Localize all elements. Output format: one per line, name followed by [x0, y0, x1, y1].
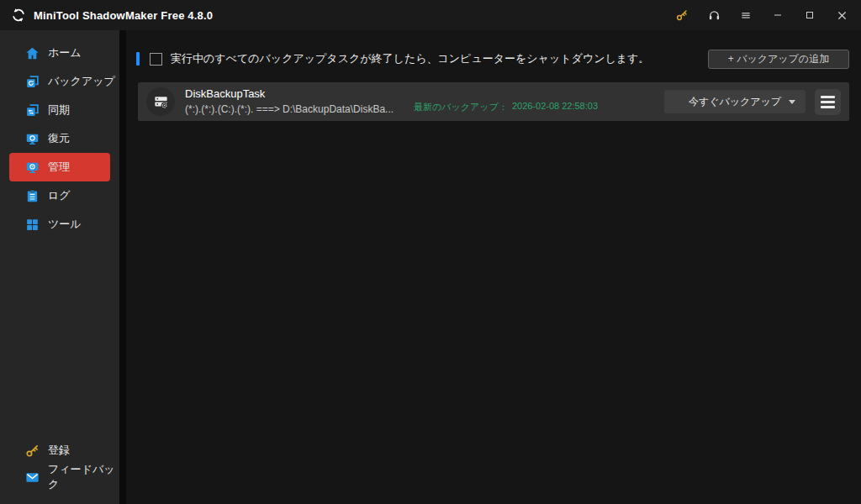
feedback-mail-icon: [25, 470, 40, 485]
accent-bar: [136, 52, 140, 66]
chevron-down-icon[interactable]: [789, 100, 795, 104]
latest-backup-status: 最新のバックアップ： 2026-02-08 22:58:03: [414, 90, 598, 113]
app-window: MiniTool ShadowMaker Free 4.8.0: [0, 0, 861, 504]
title-bar: MiniTool ShadowMaker Free 4.8.0: [0, 0, 861, 30]
disk-backup-task-icon: [146, 87, 175, 116]
sidebar-item-label: 管理: [48, 160, 70, 175]
sync-icon: [25, 103, 40, 118]
sidebar-item-label: 同期: [48, 102, 70, 118]
hamburger-menu-icon[interactable]: [815, 89, 841, 115]
shutdown-checkbox[interactable]: [150, 53, 162, 66]
backup-now-button[interactable]: 今すぐバックアップ: [664, 90, 806, 113]
sidebar-item-label: ホーム: [48, 45, 82, 60]
manage-icon: [25, 160, 40, 175]
latest-backup-time: 2026-02-08 22:58:03: [512, 101, 598, 113]
app-body: ホーム バックアップ: [0, 30, 861, 504]
sidebar-item-label: バックアップ: [48, 74, 115, 89]
tools-icon: [25, 218, 40, 232]
latest-backup-label: 最新のバックアップ：: [414, 101, 508, 113]
maximize-icon[interactable]: [797, 0, 822, 30]
backup-task-card: DiskBackupTask (*:).(*:).(C:).(*:). ===>…: [138, 82, 849, 121]
sidebar-bottom: 登録 フィードバック: [0, 437, 119, 504]
log-icon: [25, 189, 40, 203]
task-path-summary: (*:).(*:).(C:).(*:). ===> D:\BackupData\…: [185, 103, 394, 116]
shutdown-option-row: 実行中のすべてのバックアップタスクが終了したら、コンピューターをシャットダウンし…: [136, 49, 849, 69]
sidebar-nav: ホーム バックアップ: [0, 30, 126, 504]
sidebar-item-label: ツール: [48, 217, 82, 232]
shutdown-checkbox-label: 実行中のすべてのバックアップタスクが終了したら、コンピューターをシャットダウンし…: [171, 51, 649, 66]
sidebar-item-manage[interactable]: 管理: [9, 153, 110, 181]
add-backup-button[interactable]: + バックアップの追加: [708, 50, 849, 69]
sidebar-item-feedback[interactable]: フィードバック: [0, 464, 119, 491]
sidebar-item-backup[interactable]: バックアップ: [0, 67, 119, 96]
manage-page: 実行中のすべてのバックアップタスクが終了したら、コンピューターをシャットダウンし…: [126, 30, 861, 504]
sidebar-item-label: フィードバック: [48, 462, 119, 492]
task-info: DiskBackupTask (*:).(*:).(C:).(*:). ===>…: [185, 87, 394, 115]
sidebar-item-sync[interactable]: 同期: [0, 96, 119, 124]
menu-icon[interactable]: [733, 0, 758, 30]
app-logo-sync-icon: [10, 7, 27, 24]
backup-now-label: 今すぐバックアップ: [689, 95, 781, 109]
close-icon[interactable]: [829, 0, 854, 30]
restore-icon: [25, 132, 40, 146]
minimize-icon[interactable]: [765, 0, 790, 30]
sidebar-item-home[interactable]: ホーム: [0, 39, 119, 67]
home-icon: [25, 46, 40, 60]
app-title: MiniTool ShadowMaker Free 4.8.0: [34, 9, 213, 22]
task-name: DiskBackupTask: [185, 87, 394, 101]
sidebar-item-label: 復元: [48, 131, 70, 146]
sidebar-item-label: 登録: [48, 443, 70, 458]
sidebar-item-label: ログ: [48, 188, 71, 203]
sidebar-item-log[interactable]: ログ: [0, 181, 119, 210]
license-key-icon[interactable]: [669, 0, 695, 30]
backup-icon: [25, 75, 40, 89]
support-headset-icon[interactable]: [701, 0, 726, 30]
sidebar-item-restore[interactable]: 復元: [0, 124, 119, 153]
register-key-icon: [25, 444, 40, 458]
sidebar-item-register[interactable]: 登録: [0, 437, 119, 464]
sidebar-item-tools[interactable]: ツール: [0, 210, 119, 239]
